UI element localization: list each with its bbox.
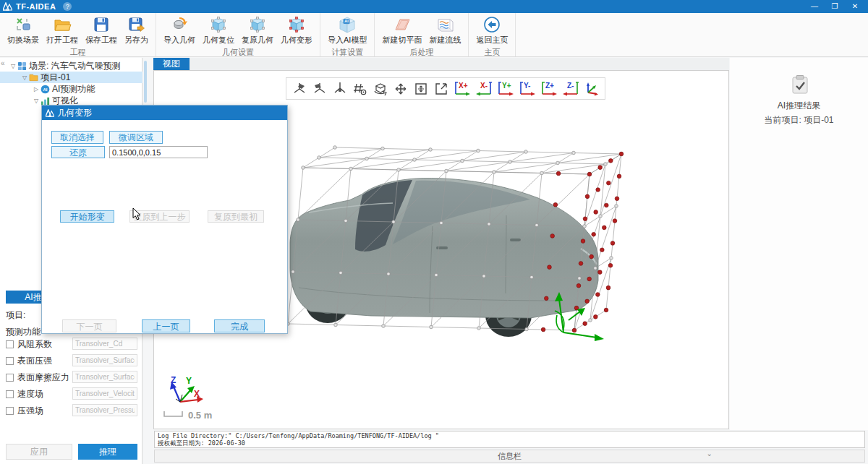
info-bar-chevron-icon[interactable]: ⌄ [707,450,712,457]
import-ai-model-button[interactable]: AI 导入AI模型 [326,14,368,46]
folder-icon [29,73,38,82]
view-isometric-icon[interactable] [331,81,349,97]
import-geometry-button[interactable]: 导入几何 [162,14,197,46]
geometry-deform-dialog[interactable]: 几何变形 取消选择 微调区域 还原 开始形变 复原到上一步 复原到最初 下一页 … [41,105,288,334]
ribbon-group-label: 计算设置 [331,47,363,58]
restore-button[interactable]: 还原 [51,146,105,158]
view-plane-xz-icon[interactable] [311,81,328,97]
save-as-icon [127,15,146,34]
prev-page-button[interactable]: 上一页 [142,319,190,332]
tree-item-ai-prediction[interactable]: ▷ AI AI预测功能 [0,83,142,95]
svg-text:AI: AI [43,87,47,91]
grid-toggle-icon[interactable] [352,81,369,97]
switch-scene-icon [14,15,33,34]
view-x-minus-button[interactable]: X- [475,81,493,97]
current-project-label: 当前项目: 项目-01 [730,114,868,126]
new-streamline-button[interactable]: 新建流线 [427,14,462,46]
tree-item-label: 项目-01 [41,72,70,84]
finish-button[interactable]: 完成 [214,319,265,332]
close-button[interactable]: ✕ [845,0,865,13]
apply-button[interactable]: 应用 [6,444,72,460]
expander-icon[interactable]: ▽ [9,63,17,69]
expander-icon[interactable]: ▷ [33,86,40,93]
svg-text:Z: Z [171,375,176,385]
open-project-button[interactable]: 打开工程 [45,14,80,46]
save-as-button[interactable]: 另存为 [123,14,150,46]
option-drag-coefficient: 风阻系数 [6,338,52,350]
reset-axes-icon[interactable] [583,81,600,97]
geometry-reset-button[interactable]: 几何复位 [201,14,236,46]
pressure-field-field[interactable] [72,404,137,416]
dialog-title: 几何变形 [57,107,92,119]
ribbon-group-home: 返回主页 主页 [469,13,516,56]
new-cut-plane-icon [393,15,412,34]
tree-item-label: 场景: 汽车气动气噪预测 [29,60,121,72]
minimize-button[interactable]: — [804,0,825,13]
svg-text:0.5 m: 0.5 m [188,410,212,421]
ribbon-group-compute: AI 导入AI模型 计算设置 [320,13,375,56]
pressure-field-checkbox[interactable] [6,407,14,415]
infer-button[interactable]: 推理 [78,444,137,460]
cancel-select-button[interactable]: 取消选择 [51,131,103,144]
app-logo-icon [3,2,12,11]
restore-geometry-icon [248,15,267,34]
log-output[interactable]: Log File Directory:" C:/Users/Tenfong/Ap… [154,431,865,448]
switch-scene-button[interactable]: 切换场景 [6,14,41,46]
application-window: TF-AIDEA ? — ❐ ✕ 切换场景 打开工程 保存工程 [0,0,868,464]
start-deform-button[interactable]: 开始形变 [60,210,114,223]
view-x-plus-button[interactable]: X+ [453,81,472,97]
view-z-minus-button[interactable]: Z- [561,81,580,97]
drag-coefficient-checkbox[interactable] [6,340,14,348]
view-plane-yz-icon[interactable] [291,81,308,97]
orientation-triad-icon: Z Y X [170,375,203,403]
maximize-button[interactable]: ❐ [825,0,845,13]
next-page-button[interactable]: 下一页 [62,319,116,332]
restore-initial-button[interactable]: 复原到最初 [208,210,264,223]
pan-view-icon[interactable] [392,81,409,97]
surface-friction-checkbox[interactable] [6,374,14,382]
view-y-plus-button[interactable]: Y+ [496,81,515,97]
scale-bar: 0.5 m [164,410,212,421]
coordinates-input[interactable] [109,146,208,158]
viewport-tabstrip: 视图 [153,58,729,70]
restore-geometry-button[interactable]: 复原几何 [240,14,275,46]
view-y-minus-button[interactable]: Y- [518,81,537,97]
result-panel-title: AI推理结果 [730,100,868,112]
ai-icon: AI [41,85,50,94]
surface-friction-field[interactable] [72,371,137,383]
finetune-region-button[interactable]: 微调区域 [109,131,163,144]
help-icon[interactable]: ? [63,2,72,11]
tree-item-project[interactable]: ▽ 项目-01 [0,72,142,83]
view-z-plus-button[interactable]: Z+ [540,81,558,97]
surface-pressure-field[interactable] [72,354,137,366]
rotate-view-icon[interactable] [372,81,389,97]
zoom-window-icon[interactable] [433,81,450,97]
ribbon-group-label: 几何设置 [222,47,254,58]
return-home-button[interactable]: 返回主页 [475,14,509,46]
info-bar[interactable]: 信息栏 ⌄ [154,450,865,463]
tree-item-scene[interactable]: ▽ 场景: 汽车气动气噪预测 [0,60,142,72]
title-bar: TF-AIDEA ? — ❐ ✕ [0,0,868,13]
new-streamline-icon [435,15,454,34]
option-velocity-field: 速度场 [6,388,43,400]
velocity-field-checkbox[interactable] [6,390,14,398]
svg-text:AI: AI [344,19,349,23]
ai-result-icon[interactable] [791,74,809,97]
expander-icon[interactable]: ▽ [33,98,40,104]
expander-icon[interactable]: ▽ [21,74,28,81]
option-surface-friction: 表面摩擦应力 [6,371,69,383]
dialog-title-bar[interactable]: 几何变形 [42,106,287,120]
save-project-button[interactable]: 保存工程 [84,14,119,46]
tab-view[interactable]: 视图 [153,58,190,70]
geometry-reset-icon [209,15,228,34]
info-bar-title: 信息栏 [155,450,864,463]
surface-pressure-checkbox[interactable] [6,357,14,365]
tree-scrollbar[interactable] [144,61,147,103]
drag-coefficient-field[interactable] [72,338,137,350]
fit-view-icon[interactable] [412,81,430,97]
new-cut-plane-button[interactable]: 新建切平面 [380,14,423,46]
mouse-cursor [132,208,141,223]
geometry-deform-button[interactable]: 几何变形 [279,14,314,46]
function-label: 预测功能 [6,326,41,338]
velocity-field-field[interactable] [72,387,137,400]
